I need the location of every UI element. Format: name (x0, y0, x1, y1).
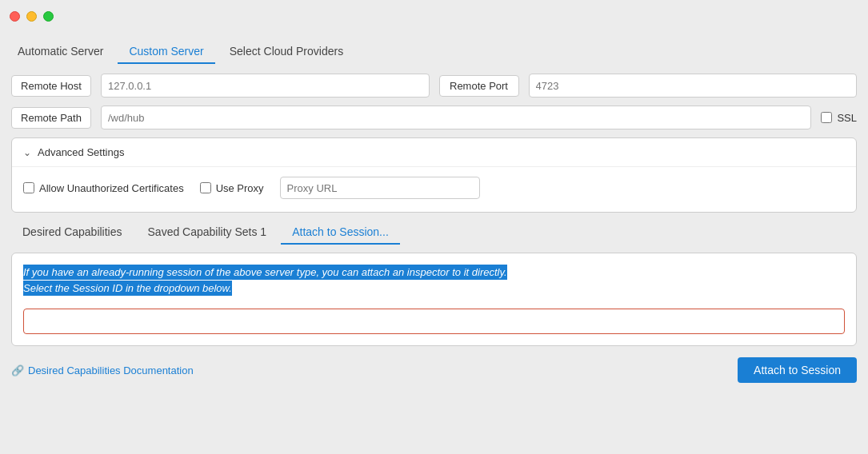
minimize-button[interactable] (26, 11, 37, 22)
btab-attach-to-session[interactable]: Attach to Session... (281, 221, 400, 245)
remote-host-label: Remote Host (11, 75, 91, 97)
doc-link-label: Desired Capabilities Documentation (28, 364, 194, 376)
advanced-settings-panel: ⌄ Advanced Settings Allow Unauthorized C… (11, 137, 857, 213)
advanced-settings-label: Advanced Settings (38, 146, 124, 158)
remote-port-input[interactable] (529, 74, 858, 98)
allow-unauthorized-label[interactable]: Allow Unauthorized Certificates (23, 182, 184, 194)
session-description-wrap: If you have an already-running session o… (23, 265, 845, 296)
remote-path-label: Remote Path (11, 107, 91, 129)
allow-unauthorized-checkbox[interactable] (23, 182, 34, 193)
chevron-down-icon: ⌄ (23, 147, 31, 158)
top-tabbar: Automatic Server Custom Server Select Cl… (0, 32, 868, 64)
use-proxy-label[interactable]: Use Proxy (200, 182, 264, 194)
advanced-settings-header[interactable]: ⌄ Advanced Settings (12, 138, 856, 166)
session-description-line2: Select the Session ID in the dropdown be… (23, 281, 232, 296)
main-content: Remote Host Remote Port Remote Path SSL … (0, 64, 868, 213)
btab-saved-capability-sets[interactable]: Saved Capability Sets 1 (137, 221, 278, 245)
close-button[interactable] (10, 11, 20, 22)
session-dropdown[interactable] (23, 309, 845, 334)
remote-port-label: Remote Port (439, 75, 519, 97)
advanced-settings-body: Allow Unauthorized Certificates Use Prox… (12, 166, 856, 212)
titlebar (0, 0, 868, 32)
remote-host-row: Remote Host Remote Port (11, 74, 857, 98)
proxy-url-input[interactable] (280, 177, 480, 199)
use-proxy-text: Use Proxy (216, 182, 264, 194)
tab-custom-server[interactable]: Custom Server (118, 40, 214, 64)
allow-unauthorized-text: Allow Unauthorized Certificates (39, 182, 184, 194)
ssl-checkbox[interactable] (821, 112, 832, 123)
session-description-line1: If you have an already-running session o… (23, 265, 507, 280)
ssl-row: SSL (821, 112, 857, 124)
footer: 🔗 Desired Capabilities Documentation Att… (0, 351, 868, 389)
use-proxy-checkbox[interactable] (200, 182, 211, 193)
attach-to-session-button[interactable]: Attach to Session (738, 357, 857, 383)
remote-path-row: Remote Path SSL (11, 106, 857, 129)
maximize-button[interactable] (43, 11, 54, 22)
remote-host-input[interactable] (101, 74, 430, 98)
doc-link[interactable]: 🔗 Desired Capabilities Documentation (11, 364, 194, 376)
bottom-tabbar: Desired Capabilities Saved Capability Se… (0, 221, 868, 245)
tab-automatic-server[interactable]: Automatic Server (6, 40, 114, 64)
doc-link-icon: 🔗 (11, 364, 24, 376)
btab-desired-capabilities[interactable]: Desired Capabilities (11, 221, 134, 245)
session-panel: If you have an already-running session o… (11, 253, 857, 346)
tab-select-cloud-providers[interactable]: Select Cloud Providers (218, 40, 354, 64)
ssl-label: SSL (837, 112, 857, 124)
remote-path-input[interactable] (101, 106, 811, 129)
